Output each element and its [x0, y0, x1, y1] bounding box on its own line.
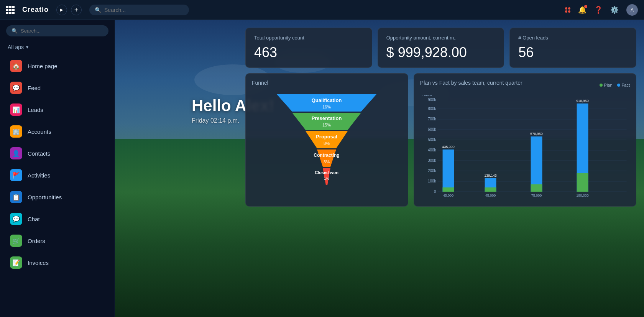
sidebar-item-contacts[interactable]: 👤 Contacts — [2, 143, 112, 164]
nav-item-label-home-page: Home page — [28, 63, 58, 69]
svg-text:1%: 1% — [324, 176, 330, 181]
svg-text:900k: 900k — [428, 98, 437, 102]
bar-chart-title-row: Plan vs Fact by sales team, current quar… — [420, 80, 630, 90]
bell-icon[interactable]: 🔔 — [578, 6, 586, 14]
sidebar-item-activities[interactable]: 🚩 Activities — [2, 164, 112, 186]
svg-rect-47 — [531, 184, 542, 192]
sidebar-item-invoices[interactable]: 📝 Invoices — [2, 252, 112, 273]
nav-item-icon-leads: 📊 — [10, 103, 22, 116]
legend-plan-label: Plan — [604, 83, 613, 87]
bar-chart-legend: Plan Fact — [600, 83, 630, 87]
svg-text:45,000: 45,000 — [485, 194, 496, 197]
dashboard-area: Total opportunity count 463 Opportunity … — [245, 28, 636, 309]
nav-item-icon-chat: 💬 — [10, 213, 22, 225]
top-search-bar: 🔍 — [89, 5, 189, 15]
nav-item-label-activities: Activities — [28, 172, 50, 179]
funnel-visualization: Qualification 16% Presentation 15% Propo… — [252, 90, 402, 190]
sidebar-item-orders[interactable]: 🛒 Orders — [2, 230, 112, 251]
sidebar-item-opportunities[interactable]: 📋 Opportunities — [2, 186, 112, 208]
svg-text:75,000: 75,000 — [531, 194, 542, 197]
stat-label-open-leads: # Open leads — [518, 35, 628, 41]
sidebar-item-chat[interactable]: 💬 Chat — [2, 208, 112, 230]
svg-text:Closed won: Closed won — [315, 170, 339, 175]
funnel-svg: Qualification 16% Presentation 15% Propo… — [265, 90, 388, 190]
svg-text:Contracting: Contracting — [314, 153, 340, 158]
svg-text:500k: 500k — [428, 138, 437, 142]
sidebar-item-home-page[interactable]: 🏠 Home page — [2, 55, 112, 77]
bar-chart-title: Plan vs Fact by sales team, current quar… — [420, 80, 522, 86]
sidebar-item-feed[interactable]: 💬 Feed — [2, 77, 112, 99]
svg-text:139,143: 139,143 — [484, 174, 497, 177]
svg-text:Presentation: Presentation — [312, 115, 342, 121]
help-icon[interactable]: ❓ — [594, 6, 603, 14]
svg-rect-35 — [442, 149, 454, 192]
nav-item-label-accounts: Accounts — [28, 128, 51, 135]
search-icon: 🔍 — [95, 7, 101, 13]
top-search-input[interactable] — [104, 7, 181, 13]
bar-chart-svg: 0 100k 200k 300k 400k 500k 600k 700k 800… — [420, 95, 630, 199]
svg-rect-37 — [442, 187, 454, 192]
stat-card-open-leads: # Open leads 56 — [509, 28, 636, 68]
stat-card-total-opportunity: Total opportunity count 463 — [245, 28, 372, 68]
sidebar: 🔍 All aps ▾ 🏠 Home page 💬 Feed 📊 Leads 🏢… — [0, 20, 115, 317]
nav-item-label-chat: Chat — [28, 216, 40, 222]
bar-chart-card: Plan vs Fact by sales team, current quar… — [414, 73, 636, 207]
svg-text:435,000: 435,000 — [442, 145, 455, 149]
play-button[interactable]: ▶ — [56, 5, 67, 15]
svg-text:3%: 3% — [324, 159, 330, 164]
svg-text:190,000: 190,000 — [576, 194, 589, 197]
stat-value-opportunity-amount: $ 999,928.00 — [386, 44, 496, 61]
sidebar-search-input[interactable] — [21, 28, 103, 34]
top-navbar: Creatio ▶ + 🔍 🔔 ❓ ⚙️ A — [0, 0, 644, 20]
funnel-chart-card: Funnel Qualification 16% Presentation 15… — [245, 73, 408, 207]
main-content: Hello Alex! Friday 02:14 p.m. Total oppo… — [115, 20, 644, 317]
stat-value-open-leads: 56 — [518, 44, 628, 61]
nav-item-icon-contacts: 👤 — [10, 147, 22, 159]
nav-item-icon-orders: 🛒 — [10, 235, 22, 247]
stat-cards-row: Total opportunity count 463 Opportunity … — [245, 28, 636, 68]
nav-items-list: 🏠 Home page 💬 Feed 📊 Leads 🏢 Accounts 👤 … — [0, 55, 115, 273]
svg-text:700k: 700k — [428, 117, 437, 121]
add-button[interactable]: + — [71, 5, 82, 15]
nav-left: Creatio ▶ + 🔍 — [6, 5, 189, 15]
nav-item-label-contacts: Contacts — [28, 150, 50, 157]
sidebar-search-icon: 🔍 — [12, 28, 18, 34]
nav-item-label-opportunities: Opportunities — [28, 194, 62, 200]
svg-text:Proposal: Proposal — [316, 134, 338, 140]
svg-text:600k: 600k — [428, 127, 437, 131]
sidebar-item-leads[interactable]: 📊 Leads — [2, 99, 112, 120]
all-apps-row[interactable]: All aps ▾ — [0, 42, 115, 55]
nav-item-icon-feed: 💬 — [10, 82, 22, 94]
stat-label-opportunity-amount: Opportunity amount, current m.. — [386, 35, 496, 41]
svg-rect-52 — [577, 173, 588, 192]
svg-text:200k: 200k — [428, 169, 437, 173]
legend-fact-label: Fact — [622, 83, 630, 87]
svg-text:800k: 800k — [428, 107, 437, 111]
sidebar-item-accounts[interactable]: 🏢 Accounts — [2, 121, 112, 142]
settings-icon[interactable]: ⚙️ — [610, 6, 619, 14]
nav-item-icon-accounts: 🏢 — [10, 125, 22, 138]
nav-item-icon-home-page: 🏠 — [10, 60, 22, 72]
all-apps-label: All aps — [8, 44, 24, 50]
nav-item-label-orders: Orders — [28, 238, 45, 244]
nav-item-label-leads: Leads — [28, 107, 43, 113]
nav-item-label-invoices: Invoices — [28, 260, 49, 266]
svg-text:16%: 16% — [322, 105, 331, 109]
apps-icon[interactable] — [565, 7, 570, 13]
svg-text:45,000: 45,000 — [443, 194, 454, 197]
apps-grid-icon[interactable] — [6, 6, 15, 14]
sidebar-search-bar: 🔍 — [6, 25, 108, 36]
svg-rect-45 — [531, 136, 542, 192]
svg-text:300k: 300k — [428, 158, 437, 163]
svg-text:570,950: 570,950 — [530, 132, 543, 136]
nav-item-icon-invoices: 📝 — [10, 256, 22, 269]
nav-item-icon-activities: 🚩 — [10, 169, 22, 181]
stat-label-total-opportunity: Total opportunity count — [254, 35, 363, 41]
svg-text:910,950: 910,950 — [576, 99, 589, 103]
svg-text:8%: 8% — [324, 141, 330, 146]
nav-right: 🔔 ❓ ⚙️ A — [565, 4, 638, 16]
svg-rect-42 — [485, 187, 496, 192]
stat-card-opportunity-amount: Opportunity amount, current m.. $ 999,92… — [378, 28, 504, 68]
svg-text:15%: 15% — [322, 123, 331, 127]
user-avatar[interactable]: A — [626, 4, 638, 16]
